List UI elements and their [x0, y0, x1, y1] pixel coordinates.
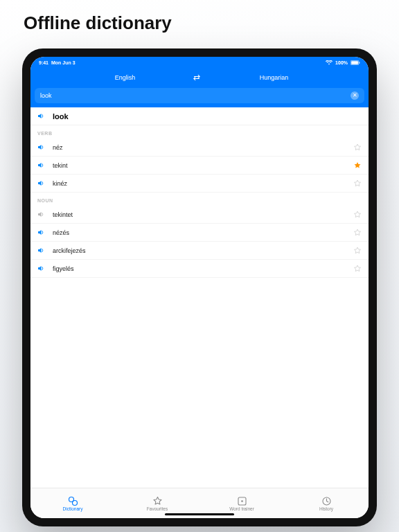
entry-word: nézés — [53, 229, 353, 236]
battery-pct: 100% — [335, 60, 348, 65]
speaker-icon[interactable] — [37, 143, 47, 151]
search-field[interactable]: ✕ — [35, 88, 364, 103]
tablet-frame: 9:41 Mon Jun 3 100% English Hungarian — [22, 48, 377, 526]
entry-word: néz — [53, 144, 353, 151]
entry-row[interactable]: figyelés — [30, 260, 369, 278]
header: English Hungarian ✕ — [30, 67, 369, 107]
tab-label: Favourites — [147, 506, 168, 511]
entry-row[interactable]: tekintet — [30, 206, 369, 224]
speaker-icon[interactable] — [37, 247, 47, 254]
svg-rect-2 — [359, 62, 360, 64]
history-icon — [321, 496, 332, 506]
entry-row[interactable]: kinéz — [30, 175, 369, 193]
speaker-icon[interactable] — [37, 179, 47, 187]
home-indicator[interactable] — [165, 513, 234, 515]
status-time: 9:41 — [39, 60, 48, 65]
entry-row[interactable]: nézés — [30, 224, 369, 242]
svg-point-4 — [72, 500, 77, 505]
entry-row[interactable]: néz — [30, 139, 369, 157]
star-icon — [152, 496, 163, 506]
source-language[interactable]: English — [57, 74, 193, 81]
tab-label: Word trainer — [229, 506, 254, 511]
speaker-icon[interactable] — [37, 229, 47, 236]
status-bar: 9:41 Mon Jun 3 100% — [30, 57, 369, 67]
dictionary-icon — [68, 496, 78, 506]
section-label: NOUN — [30, 193, 369, 206]
speaker-icon[interactable] — [37, 265, 47, 272]
favourite-star-icon[interactable] — [353, 211, 362, 219]
tab-label: History — [319, 506, 333, 511]
headword: look — [53, 112, 69, 121]
tab-label: Dictionary — [63, 506, 83, 511]
favourite-star-icon[interactable] — [353, 247, 362, 255]
status-date: Mon Jun 3 — [51, 60, 76, 65]
entry-word: tekint — [53, 162, 353, 169]
wifi-icon — [326, 60, 332, 65]
favourite-star-icon[interactable] — [353, 179, 362, 188]
screen: 9:41 Mon Jun 3 100% English Hungarian — [30, 57, 369, 518]
section-label: VERB — [30, 125, 369, 139]
target-language[interactable]: Hungarian — [206, 74, 342, 81]
speaker-icon[interactable] — [37, 161, 47, 169]
favourite-star-icon[interactable] — [353, 161, 362, 170]
speaker-icon[interactable] — [37, 112, 47, 120]
entry-row[interactable]: tekint — [30, 157, 369, 175]
clear-search-icon[interactable]: ✕ — [351, 91, 359, 100]
favourite-star-icon[interactable] — [353, 265, 362, 273]
svg-rect-1 — [351, 61, 358, 64]
tab-dictionary[interactable]: Dictionary — [30, 488, 115, 518]
tab-history[interactable]: History — [284, 488, 369, 518]
swap-languages-icon[interactable] — [193, 74, 206, 81]
search-input[interactable] — [40, 92, 351, 99]
trainer-icon — [237, 496, 247, 506]
entry-word: kinéz — [53, 180, 353, 187]
entry-word: figyelés — [53, 265, 353, 272]
headword-row[interactable]: look — [30, 107, 369, 125]
battery-icon — [351, 60, 360, 65]
favourite-star-icon[interactable] — [353, 229, 362, 237]
entry-row[interactable]: arckifejezés — [30, 242, 369, 260]
favourite-star-icon[interactable] — [353, 143, 362, 152]
svg-point-6 — [241, 500, 243, 502]
entry-word: tekintet — [53, 211, 353, 218]
results: look VERBnéztekintkinézNOUNtekintetnézés… — [30, 107, 369, 488]
page-title: Offline dictionary — [0, 0, 399, 34]
speaker-icon[interactable] — [37, 211, 47, 218]
entry-word: arckifejezés — [53, 247, 353, 254]
